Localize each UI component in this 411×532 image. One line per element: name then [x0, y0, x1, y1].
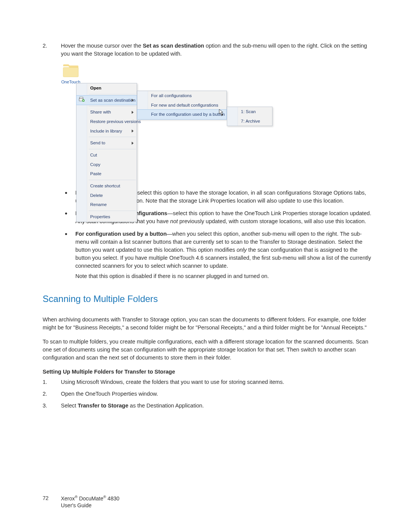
mouse-cursor-icon	[219, 109, 224, 116]
svg-rect-2	[80, 97, 83, 99]
section-heading: Scanning to Multiple Folders	[43, 292, 373, 306]
step-number: 2.	[43, 42, 52, 58]
footer-text: Xerox® DocuMate® 4830 User's Guide	[61, 494, 119, 509]
bullet-icon: ●	[65, 230, 68, 280]
step-number: 3.	[43, 402, 52, 410]
bullet-icon: ●	[65, 189, 68, 205]
bullet-note: Note that this option is disabled if the…	[75, 272, 373, 280]
menu-item-send-to[interactable]: Send to	[76, 138, 137, 148]
submenu-button-scan[interactable]: 1: Scan	[227, 107, 272, 117]
menu-item-restore-previous[interactable]: Restore previous versions	[76, 117, 137, 126]
menu-item-share-with[interactable]: Share with	[76, 107, 137, 117]
bullet-em: not	[170, 218, 178, 224]
svg-marker-4	[219, 109, 223, 115]
registered-mark: ®	[104, 495, 106, 499]
context-menu-primary[interactable]: Open Set as scan destination Share with …	[76, 83, 137, 222]
menu-item-open[interactable]: Open	[76, 83, 137, 93]
step-2: 2. Hover the mouse cursor over the Set a…	[43, 42, 373, 58]
numbered-step: 1. Using Microsoft Windows, create the f…	[43, 378, 373, 386]
menu-item-set-scan-destination[interactable]: Set as scan destination	[76, 96, 137, 105]
menu-item-paste[interactable]: Paste	[76, 169, 137, 179]
context-menu-screenshot: OneTouch Open Set as scan destination Sh…	[59, 64, 373, 182]
folder: OneTouch	[59, 64, 82, 85]
bullet-item: ● For configuration used by a button—whe…	[43, 230, 373, 280]
menu-item-rename[interactable]: Rename	[76, 200, 137, 209]
step-number: 1.	[43, 378, 52, 386]
submenu-button-archive[interactable]: 7: Archive	[227, 117, 272, 126]
numbered-step: 3. Select Transfer to Storage as the Des…	[43, 402, 373, 410]
bullet-em: only	[237, 247, 247, 253]
menu-item-include-library[interactable]: Include in library	[76, 126, 137, 136]
folder-icon	[62, 64, 79, 78]
submenu-for-new-default[interactable]: For new and default configurations	[137, 101, 226, 110]
submenu-arrow-icon	[132, 111, 134, 114]
numbered-step: 2. Open the OneTouch Properties window.	[43, 390, 373, 398]
menu-item-properties[interactable]: Properties	[76, 212, 137, 222]
text-bold: Set as scan destination	[143, 43, 204, 49]
submenu-arrow-icon	[132, 142, 134, 145]
step-text: Open the OneTouch Properties window.	[61, 390, 373, 398]
menu-item-delete[interactable]: Delete	[76, 191, 137, 200]
submenu-for-button[interactable]: For the configuration used by a button	[137, 110, 226, 119]
context-menu-submenu-buttons[interactable]: 1: Scan 7: Archive	[227, 107, 272, 126]
text: Hover the mouse cursor over the	[61, 43, 143, 49]
menu-item-cut[interactable]: Cut	[76, 150, 137, 160]
submenu-for-all-configurations[interactable]: For all configurations	[137, 91, 226, 101]
menu-item-create-shortcut[interactable]: Create shortcut	[76, 181, 137, 191]
submenu-arrow-icon	[132, 129, 134, 133]
page-footer: 72 Xerox® DocuMate® 4830 User's Guide	[43, 494, 119, 509]
context-menu-submenu-destinations[interactable]: For all configurations For new and defau…	[137, 91, 227, 120]
body-paragraph: When archiving documents with Transfer t…	[43, 316, 373, 332]
scanner-icon	[79, 97, 84, 102]
step-text: Select Transfer to Storage as the Destin…	[61, 402, 373, 410]
bullet-icon: ●	[65, 209, 68, 225]
sub-heading: Setting Up Multiple Folders for Transfer…	[43, 368, 373, 376]
page-number: 72	[43, 494, 52, 509]
bullet-head: For configuration used by a button	[75, 231, 167, 237]
registered-mark: ®	[75, 495, 78, 499]
menu-item-copy[interactable]: Copy	[76, 160, 137, 169]
svg-rect-0	[63, 67, 78, 77]
step-text: Using Microsoft Windows, create the fold…	[61, 378, 373, 386]
bullet-text: previously updated, with custom storage …	[178, 218, 366, 224]
submenu-arrow-icon	[132, 99, 134, 102]
step-text: Hover the mouse cursor over the Set as s…	[61, 42, 373, 58]
body-paragraph: To scan to multiple folders, you create …	[43, 338, 373, 362]
step-number: 2.	[43, 390, 52, 398]
